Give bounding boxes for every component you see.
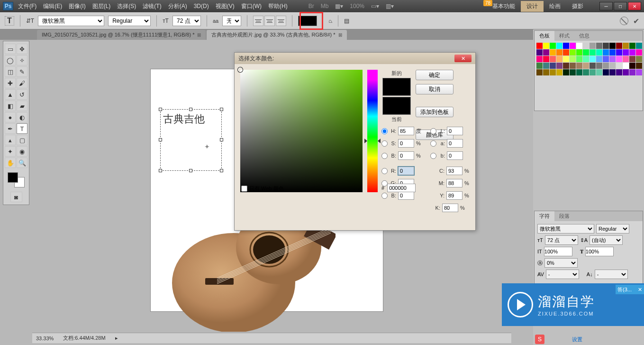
input-a[interactable] <box>447 139 463 148</box>
char-panel-icon[interactable]: ▤ <box>344 18 349 24</box>
swatch[interactable] <box>570 49 576 56</box>
swatch[interactable] <box>623 56 629 62</box>
add-swatch-button[interactable]: 添加到色板 <box>416 107 454 117</box>
workspace-painting[interactable]: 绘画 <box>544 1 566 12</box>
swatch[interactable] <box>590 69 596 75</box>
swatch[interactable] <box>616 63 622 69</box>
menu-file[interactable]: 文件(F) <box>18 2 36 10</box>
camera-tool[interactable]: ◉ <box>17 146 27 157</box>
tab-info[interactable]: 信息 <box>574 31 594 41</box>
align-center[interactable] <box>264 16 275 26</box>
swatch[interactable] <box>623 49 629 56</box>
swatch[interactable] <box>636 56 642 62</box>
font-size-select[interactable]: 72 点 <box>172 16 201 26</box>
align-right[interactable] <box>276 16 286 26</box>
input-y[interactable] <box>446 191 463 200</box>
doc-tab-0[interactable]: IMG_20150725_103521.jpg @ 16.7% (惬意11111… <box>37 30 206 40</box>
menu-select[interactable]: 选择(S) <box>117 2 136 10</box>
extras-icon[interactable]: ▥▾ <box>386 3 394 9</box>
swatch[interactable] <box>616 49 622 56</box>
swatch[interactable] <box>596 63 602 69</box>
char-track-select[interactable]: - <box>595 270 628 279</box>
swatch[interactable] <box>623 69 629 75</box>
input-bc[interactable] <box>398 191 414 200</box>
swatch[interactable] <box>590 43 596 49</box>
input-b[interactable] <box>398 151 414 160</box>
minibridge-icon[interactable]: Mb <box>321 3 329 9</box>
input-r[interactable] <box>398 167 414 175</box>
swatch[interactable] <box>603 56 609 62</box>
swatch[interactable] <box>583 69 589 75</box>
swatch[interactable] <box>590 49 596 56</box>
swatch[interactable] <box>536 69 543 75</box>
input-m[interactable] <box>446 179 463 187</box>
menu-help[interactable]: 帮助(H) <box>268 2 288 10</box>
swatch[interactable] <box>563 56 569 62</box>
swatch[interactable] <box>563 69 569 75</box>
menu-edit[interactable]: 编辑(E) <box>43 2 62 10</box>
swatch[interactable] <box>570 63 576 69</box>
swatch[interactable] <box>576 43 582 49</box>
swatch[interactable] <box>563 49 569 56</box>
wand-tool[interactable]: ✧ <box>17 55 27 65</box>
radio-h[interactable] <box>381 128 388 134</box>
tab-styles[interactable]: 样式 <box>554 31 574 41</box>
swatch[interactable] <box>596 43 602 49</box>
char-size-select[interactable]: 72 点 <box>545 235 578 245</box>
radio-a[interactable] <box>430 140 436 147</box>
swatch[interactable] <box>550 63 556 69</box>
swatch[interactable] <box>536 63 543 69</box>
move-tool[interactable]: ✥ <box>17 44 27 54</box>
radio-r[interactable] <box>381 168 388 174</box>
swatch[interactable] <box>596 49 602 56</box>
menu-3d[interactable]: 3D(D) <box>194 3 209 9</box>
swatch[interactable] <box>629 56 635 62</box>
swatch[interactable] <box>623 43 629 49</box>
swatch[interactable] <box>590 63 596 69</box>
menu-layer[interactable]: 图层(L) <box>92 2 111 10</box>
char-kern-select[interactable]: - <box>546 270 579 279</box>
tab-swatches[interactable]: 色板 <box>535 31 554 41</box>
swatch[interactable] <box>543 49 549 56</box>
swatch[interactable] <box>636 43 642 49</box>
saturation-field[interactable] <box>240 70 363 192</box>
window-minimize[interactable]: ─ <box>599 2 613 10</box>
input-k[interactable] <box>442 204 458 212</box>
char-vscale-input[interactable] <box>544 247 572 256</box>
type-tool[interactable]: T <box>17 123 27 134</box>
radio-blab[interactable] <box>430 153 436 159</box>
swatch[interactable] <box>609 49 616 56</box>
window-maximize[interactable]: □ <box>614 2 627 10</box>
zoom-tool[interactable]: 🔍 <box>17 158 27 168</box>
swatch[interactable] <box>576 49 582 56</box>
fg-color[interactable] <box>8 172 18 183</box>
swatch[interactable] <box>636 69 642 75</box>
swatch[interactable] <box>616 43 622 49</box>
radio-s[interactable] <box>381 140 388 147</box>
swatch[interactable] <box>616 69 622 75</box>
swatch[interactable] <box>570 56 576 62</box>
swatch[interactable] <box>570 69 576 75</box>
notification-bubble[interactable]: 答(3...✕ <box>616 285 644 294</box>
swatch[interactable] <box>603 49 609 56</box>
swatch[interactable] <box>550 56 556 62</box>
input-h[interactable] <box>398 127 414 135</box>
font-family-select[interactable]: 微软雅黑 <box>38 16 104 26</box>
path-select-tool[interactable]: ▴ <box>5 135 16 145</box>
warp-text-icon[interactable]: ⏢ <box>329 18 332 24</box>
char-hscale-input[interactable] <box>585 247 614 256</box>
text-orientation-icon[interactable]: ⇵T <box>26 18 34 24</box>
swatch[interactable] <box>603 63 609 69</box>
swatch[interactable] <box>556 56 562 62</box>
dialog-titlebar[interactable]: 选择文本颜色: ✕ <box>235 53 475 64</box>
gradient-tool[interactable]: ▰ <box>17 101 27 111</box>
swatch[interactable] <box>570 43 576 49</box>
3d-tool[interactable]: ✦ <box>5 146 16 157</box>
radio-b[interactable] <box>381 153 388 159</box>
char-leading-select[interactable]: (自动) <box>590 235 623 245</box>
char-weight-select[interactable]: Regular <box>596 224 629 233</box>
blur-tool[interactable]: ● <box>5 112 16 122</box>
swatch[interactable] <box>576 56 582 62</box>
input-hex[interactable] <box>387 184 416 192</box>
swatch[interactable] <box>583 43 589 49</box>
